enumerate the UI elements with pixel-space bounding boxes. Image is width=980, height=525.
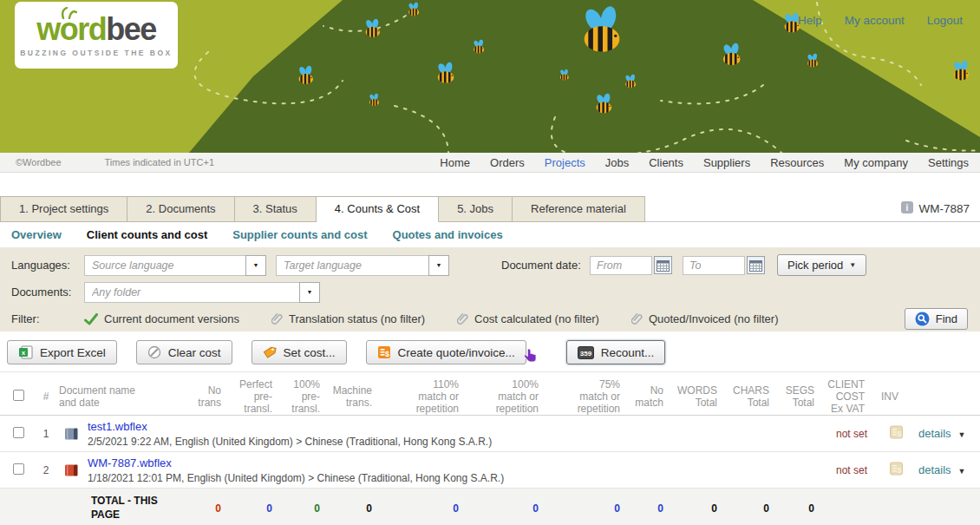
tab-1-project-settings[interactable]: 1. Project settings <box>0 196 127 222</box>
total-value: 0 <box>670 489 724 525</box>
header-line: 100% <box>279 378 320 390</box>
logo-bee: bee <box>106 11 156 47</box>
filter-chip-translation-status-no-filter[interactable]: Translation status (no filter) <box>271 312 425 325</box>
banner-link-help[interactable]: Help <box>798 14 822 27</box>
target-language-dropdown-icon[interactable]: ▼ <box>428 255 449 276</box>
tab-bar: 1. Project settings2. Documents3. Status… <box>0 196 980 222</box>
header-line: transl. <box>228 403 272 415</box>
filter-chip-cost-calculated-no-filter[interactable]: Cost calculated (no filter) <box>457 312 599 325</box>
details-link[interactable]: details <box>918 427 951 440</box>
header-line: and date <box>59 397 169 409</box>
export-excel-button[interactable]: xExport Excel <box>7 340 117 364</box>
row-checkbox[interactable] <box>13 427 24 438</box>
nav-item-settings[interactable]: Settings <box>928 156 969 169</box>
svg-text:359: 359 <box>580 350 592 358</box>
toolbar-button-label: Set cost... <box>284 346 336 359</box>
tab-5-jobs[interactable]: 5. Jobs <box>439 196 513 222</box>
folder-input[interactable] <box>84 282 299 303</box>
empty-count-cell <box>724 452 776 489</box>
counts-table: #Document nameand dateNotransPerfectpre-… <box>0 371 980 525</box>
tab-reference-material[interactable]: Reference material <box>513 196 645 222</box>
create-quote-invoice-button[interactable]: $Create quote/invoice... <box>366 340 526 364</box>
details-link[interactable]: details <box>918 463 951 476</box>
set-cost-button[interactable]: Set cost... <box>252 340 347 364</box>
filter-chip-current-document-versions[interactable]: Current document versions <box>84 312 239 325</box>
calendar-to-icon[interactable] <box>747 256 765 274</box>
document-icon <box>65 464 78 476</box>
target-language-input[interactable] <box>276 255 428 276</box>
banner-link-logout[interactable]: Logout <box>927 14 963 27</box>
check-icon <box>84 313 98 325</box>
folder-dropdown-icon[interactable]: ▼ <box>299 282 320 303</box>
chevron-down-icon[interactable]: ▼ <box>958 430 966 439</box>
wordbee-logo: wordbee BUZZING OUTSIDE THE BOX <box>15 2 178 69</box>
nav-item-projects[interactable]: Projects <box>545 156 585 169</box>
document-meta: 1/18/2021 12:01 PM, English (United King… <box>88 472 504 484</box>
bee-antennae-icon <box>60 7 77 19</box>
chevron-down-icon[interactable]: ▼ <box>958 467 966 476</box>
search-icon <box>915 312 930 326</box>
subtab-bar: OverviewClient counts and costSupplier c… <box>0 222 980 247</box>
invoice-faded-icon[interactable]: $ <box>889 462 904 476</box>
calendar-from-icon[interactable] <box>654 256 672 274</box>
header-line: No <box>169 384 221 397</box>
subtab-overview[interactable]: Overview <box>11 228 62 241</box>
invoice-faded-icon[interactable]: $ <box>889 425 904 439</box>
column-header-machine-trans: Machinetrans. <box>327 372 379 416</box>
client-cost-cell: not set <box>821 452 872 489</box>
toolbar-button-label: Clear cost <box>168 346 221 359</box>
languages-label: Languages: <box>11 259 84 272</box>
nav-item-orders[interactable]: Orders <box>490 156 525 169</box>
header-line: repetition <box>379 403 459 415</box>
header-line: COST <box>821 390 865 403</box>
source-language-input[interactable] <box>84 255 245 276</box>
nav-item-clients[interactable]: Clients <box>649 156 683 169</box>
header-line: Ex VAT <box>821 403 865 415</box>
nav-item-home[interactable]: Home <box>440 156 470 169</box>
chevron-down-icon: ▼ <box>849 261 856 269</box>
document-link[interactable]: test1.wbflex <box>88 420 147 433</box>
row-number-cell: 2 <box>33 452 59 489</box>
nav-item-my-company[interactable]: My company <box>844 156 908 169</box>
source-language-dropdown-icon[interactable]: ▼ <box>245 255 266 276</box>
logo-tagline: BUZZING OUTSIDE THE BOX <box>20 49 173 57</box>
subtab-quotes-and-invoices[interactable]: Quotes and invoices <box>393 228 503 241</box>
clear-cost-button[interactable]: Clear cost <box>136 340 232 364</box>
row-checkbox[interactable] <box>13 463 24 475</box>
column-header-: # <box>33 372 59 416</box>
total-value: 0 <box>327 489 379 525</box>
tab-4-counts-cost[interactable]: 4. Counts & Cost <box>317 196 439 222</box>
toolbar-button-label: Create quote/invoice... <box>398 346 515 359</box>
filter-chip-label: Quoted/Invoiced (no filter) <box>649 312 779 325</box>
document-icon <box>65 428 78 440</box>
document-link[interactable]: WM-7887.wbflex <box>88 456 172 469</box>
nav-item-resources[interactable]: Resources <box>770 156 824 169</box>
header-line: CHARS <box>724 384 769 397</box>
total-value: 0 <box>466 489 546 525</box>
header-line: Total <box>670 397 717 409</box>
subtab-supplier-counts-and-cost[interactable]: Supplier counts and cost <box>232 228 367 241</box>
column-header-100-match-or-repetition: 100%match orrepetition <box>466 372 546 416</box>
inv-cell: $ <box>872 416 908 452</box>
info-icon[interactable]: i <box>901 201 913 216</box>
column-header-client-cost-ex-vat: CLIENTCOSTEx VAT <box>821 372 872 416</box>
select-all-checkbox[interactable] <box>13 390 24 401</box>
recount-button[interactable]: 359Recount... <box>566 340 666 364</box>
subtab-client-counts-and-cost[interactable]: Client counts and cost <box>87 228 207 241</box>
empty-count-cell <box>724 416 776 452</box>
source-language-combo: ▼ <box>84 255 266 276</box>
account-links: HelpMy accountLogout <box>798 14 963 27</box>
nav-item-jobs[interactable]: Jobs <box>605 156 629 169</box>
pick-period-button[interactable]: Pick period▼ <box>777 254 866 276</box>
banner-link-my-account[interactable]: My account <box>845 14 905 27</box>
header-line: SEGS <box>776 384 814 397</box>
header-line: INV <box>872 390 908 403</box>
nav-item-suppliers[interactable]: Suppliers <box>703 156 750 169</box>
date-from-input[interactable] <box>590 256 652 275</box>
tab-2-documents[interactable]: 2. Documents <box>127 196 234 222</box>
date-to-input[interactable] <box>683 256 745 275</box>
document-cell-content: test1.wbflex2/5/2021 9:22 AM, English (U… <box>59 420 169 448</box>
filter-chip-quoted-invoiced-no-filter[interactable]: Quoted/Invoiced (no filter) <box>631 312 779 325</box>
find-button[interactable]: Find <box>905 308 968 330</box>
tab-3-status[interactable]: 3. Status <box>235 196 317 222</box>
